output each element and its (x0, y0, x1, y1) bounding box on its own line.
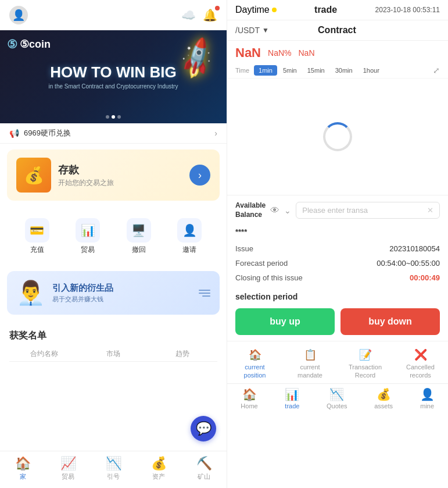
expand-icon[interactable]: ⤢ (433, 66, 440, 75)
recharge-icon: 💳 (25, 218, 49, 243)
withdraw-icon: 🖥️ (127, 218, 151, 243)
trade-buttons: buy up buy down (227, 304, 448, 341)
tab-current-position[interactable]: 🏠 currentposition (227, 345, 282, 383)
tabs-row: 🏠 currentposition 📋 currentmandate 📝 Tra… (227, 341, 448, 383)
time-5min[interactable]: 5min (278, 65, 302, 76)
buy-up-button[interactable]: buy up (235, 308, 335, 335)
notice-bar[interactable]: 📢 6969硬币兑换 › (0, 123, 227, 144)
pair-selector[interactable]: /USDT ▼ (235, 26, 269, 35)
left-nav-home[interactable]: 🏠 家 (15, 456, 31, 481)
left-nav-home-label: 家 (20, 472, 26, 481)
transaction-input[interactable]: Please enter transa ✕ (296, 202, 440, 219)
nav-trade[interactable]: 📊 贸易 (76, 218, 100, 255)
promo-lines (199, 290, 210, 297)
winners-col-1: 合约名称 (9, 349, 78, 359)
price-value: NaN (235, 45, 261, 60)
r-mine-label: mine (420, 402, 434, 409)
assets-nav-icon: 💰 (151, 456, 167, 471)
banner-logo: ⑤ ⑤coin (7, 37, 51, 51)
closing-label: Closing of this issue (235, 273, 303, 282)
banner-headline: HOW TO WIN BIG (49, 64, 178, 81)
closing-value: 00:00:49 (410, 273, 440, 282)
time-1hour[interactable]: 1hour (359, 65, 384, 76)
promo-info: 引入新的衍生品 易于交易并赚大钱 (52, 283, 192, 304)
left-nav-assets[interactable]: 💰 资产 (151, 456, 167, 481)
right-nav-quotes[interactable]: 📉 Quotes (327, 387, 347, 409)
right-nav-home[interactable]: 🏠 Home (241, 387, 257, 409)
banner-dots (106, 115, 121, 119)
winners-col-3: 趋势 (148, 349, 217, 359)
right-nav-trade[interactable]: 📊 trade (285, 387, 299, 409)
right-panel: Daytime trade 2023-10-18 00:53:11 /USDT … (227, 0, 448, 488)
datetime-display: 2023-10-18 00:53:11 (375, 6, 440, 14)
right-header-title: trade (314, 5, 337, 15)
time-label: Time (235, 67, 249, 74)
clear-icon[interactable]: ✕ (427, 206, 433, 215)
price-percent: NaN% (268, 48, 291, 58)
issue-label: Issue (235, 244, 253, 253)
time-1min[interactable]: 1min (254, 65, 277, 76)
r-trade-icon: 📊 (285, 387, 299, 401)
line-2 (199, 293, 210, 294)
winners-col-2: 市场 (78, 349, 148, 359)
trade-nav-icon: 📈 (60, 456, 76, 471)
balance-row: Available Balance 👁 ⌄ Please enter trans… (227, 195, 448, 225)
deposit-image: 💰 (16, 158, 51, 193)
nav-recharge[interactable]: 💳 充值 (25, 218, 49, 255)
r-quotes-label: Quotes (327, 402, 347, 409)
chevron-down-icon[interactable]: ⌄ (284, 206, 291, 215)
nav-withdraw[interactable]: 🖥️ 撤回 (127, 218, 151, 255)
eye-toggle-icon[interactable]: 👁 (270, 205, 279, 216)
daytime-dot (272, 8, 277, 12)
promo-image: 👨‍💼 (16, 279, 45, 307)
line-3 (202, 295, 210, 297)
time-15min[interactable]: 15min (303, 65, 329, 76)
closing-row: Closing of this issue 00:00:49 (235, 270, 440, 285)
left-nav-mine[interactable]: ⛏️ 矿山 (196, 456, 212, 481)
r-quotes-icon: 📉 (329, 387, 344, 401)
pair-title: Contract (318, 25, 356, 35)
position-icon: 🏠 (249, 348, 261, 361)
speaker-icon: 📢 (9, 129, 19, 138)
dot-3[interactable] (117, 115, 121, 119)
avatar[interactable]: 👤 (9, 6, 28, 24)
pair-text: /USDT (235, 26, 260, 35)
info-rows: Issue 202310180054 Forecast period 00:54… (227, 239, 448, 287)
left-nav-trade[interactable]: 📈 贸易 (60, 456, 76, 481)
nav-recharge-label: 充值 (30, 245, 44, 255)
right-nav-assets[interactable]: 💰 assets (374, 387, 393, 409)
logo-text: ⑤coin (20, 38, 51, 51)
right-nav-mine[interactable]: 👤 mine (420, 387, 435, 409)
buy-down-button[interactable]: buy down (341, 308, 440, 335)
left-bottom-nav: 🏠 家 📈 贸易 📉 引号 💰 资产 ⛏️ 矿山 (0, 451, 227, 488)
tab-transaction-record[interactable]: 📝 TransactionRecord (338, 345, 393, 383)
deposit-subtitle: 开始您的交易之旅 (58, 178, 182, 188)
dot-2[interactable] (112, 115, 115, 119)
rocket-icon: 🚀 (173, 35, 221, 82)
promo-card[interactable]: 👨‍💼 引入新的衍生品 易于交易并赚大钱 (7, 271, 220, 315)
daytime-text: Daytime (235, 5, 270, 15)
right-bottom-nav: 🏠 Home 📊 trade 📉 Quotes 💰 assets 👤 mine (227, 383, 448, 415)
upload-icon[interactable]: ☁️ (181, 8, 196, 22)
tab-mandate-label: currentmandate (298, 363, 322, 380)
notification-icon[interactable]: 🔔 (203, 8, 217, 22)
time-30min[interactable]: 30min (331, 65, 357, 76)
nav-invite[interactable]: 👤 邀请 (177, 218, 202, 255)
input-placeholder: Please enter transa (302, 206, 368, 215)
notice-text: 6969硬币兑换 (24, 128, 214, 138)
cancelled-icon: ❌ (414, 348, 427, 361)
tab-current-mandate[interactable]: 📋 currentmandate (282, 345, 338, 383)
deposit-card[interactable]: 💰 存款 开始您的交易之旅 › (7, 149, 220, 201)
deposit-button[interactable]: › (189, 165, 210, 186)
balance-stars-row: **** (227, 225, 448, 239)
mine-nav-icon: ⛏️ (196, 456, 212, 471)
pair-bar: /USDT ▼ Contract (227, 20, 448, 41)
chat-bubble-button[interactable]: 💬 (191, 416, 216, 441)
tab-cancelled-records[interactable]: ❌ Cancelledrecords (393, 345, 448, 383)
balance-label: Available Balance (235, 201, 266, 219)
dot-1[interactable] (106, 115, 109, 119)
record-icon: 📝 (359, 348, 372, 361)
nav-grid: 💳 充值 📊 贸易 🖥️ 撤回 👤 邀请 (7, 211, 220, 262)
loading-spinner (323, 122, 352, 151)
left-nav-quotes[interactable]: 📉 引号 (106, 456, 121, 481)
